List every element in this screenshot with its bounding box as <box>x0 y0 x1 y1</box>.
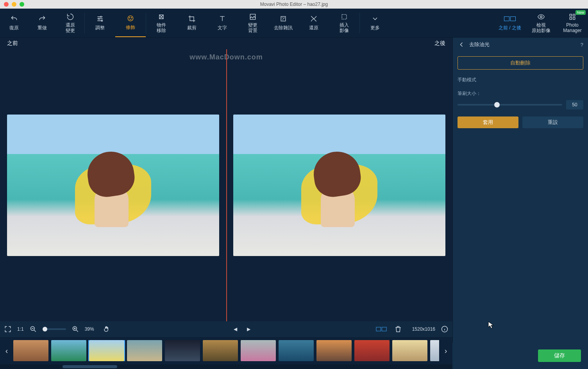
new-badge: New <box>575 10 586 15</box>
filmstrip-thumbnail[interactable] <box>316 340 352 361</box>
filmstrip-prev-button[interactable]: ‹ <box>2 341 11 360</box>
svg-point-1 <box>98 18 100 19</box>
svg-point-0 <box>100 16 102 17</box>
zoom-slider[interactable] <box>43 328 66 330</box>
redo-icon <box>38 14 46 23</box>
retouch-button[interactable]: 修飾 <box>115 9 146 37</box>
filmstrip-thumbnail[interactable] <box>279 340 314 361</box>
dimensions-label: 1520x1016 <box>412 326 435 332</box>
crop-icon <box>188 14 196 23</box>
panel-title: 去除油光 <box>469 41 490 48</box>
info-button[interactable] <box>441 325 449 333</box>
before-image <box>7 115 219 256</box>
background-icon <box>249 13 257 21</box>
insert-image-button[interactable]: 插入 影像 <box>329 9 359 37</box>
save-button[interactable]: 儲存 <box>538 349 581 362</box>
filmstrip-thumbnail[interactable] <box>430 340 439 361</box>
window-title: Movavi Photo Editor – hao27.jpg <box>0 2 588 7</box>
svg-point-12 <box>284 18 284 18</box>
help-button[interactable]: ? <box>581 42 583 48</box>
svg-point-10 <box>283 18 284 19</box>
main-toolbar: 復原 重做 還原 變更 調整 修飾 物件 移除 裁剪 文字 變更 背景 去除雜訊… <box>0 9 588 38</box>
eye-icon <box>537 13 545 21</box>
svg-point-14 <box>540 16 542 18</box>
apply-button[interactable]: 套用 <box>458 116 518 128</box>
restore-icon <box>310 14 318 23</box>
crop-button[interactable]: 裁剪 <box>177 9 207 37</box>
before-after-icon <box>504 14 516 23</box>
text-icon <box>218 14 226 23</box>
object-removal-button[interactable]: 物件 移除 <box>146 9 177 37</box>
zoom-out-button[interactable] <box>29 325 37 333</box>
reset-button[interactable]: 重設 <box>522 116 583 128</box>
svg-rect-13 <box>342 14 347 19</box>
face-icon <box>127 14 134 23</box>
filmstrip-thumbnail[interactable] <box>165 340 200 361</box>
noise-icon <box>279 14 287 23</box>
undo-icon <box>10 14 18 23</box>
before-after-toggle[interactable]: 之前 / 之後 <box>494 9 525 37</box>
filmstrip-next-button[interactable]: › <box>441 341 450 360</box>
brush-size-label: 筆刷大小： <box>458 90 583 97</box>
photo-manager-button[interactable]: New Photo Manager <box>557 9 588 37</box>
brush-size-value[interactable]: 50 <box>566 100 583 109</box>
fullscreen-button[interactable] <box>4 325 12 333</box>
hand-tool-button[interactable] <box>103 325 111 333</box>
canvas-status-bar: 1:1 39% ◀ ▶ 1520x1016 <box>0 321 452 337</box>
eraser-icon <box>157 13 165 21</box>
svg-rect-15 <box>570 14 572 16</box>
filmstrip-thumbnail[interactable] <box>13 340 48 361</box>
change-background-button[interactable]: 變更 背景 <box>238 9 268 37</box>
svg-rect-18 <box>573 17 575 19</box>
denoise-button[interactable]: 去除雜訊 <box>268 9 298 37</box>
view-original-button[interactable]: 檢視 原始影像 <box>525 9 557 37</box>
filmstrip-thumbnail[interactable] <box>89 340 124 361</box>
filmstrip-thumbnail[interactable] <box>127 340 162 361</box>
compare-mode-button[interactable] <box>374 325 389 333</box>
before-label: 之前 <box>7 40 18 47</box>
titlebar: Movavi Photo Editor – hao27.jpg <box>0 0 588 9</box>
brush-size-slider[interactable] <box>458 104 562 106</box>
filmstrip-thumbnail[interactable] <box>203 340 238 361</box>
filmstrip-thumbnail[interactable] <box>392 340 427 361</box>
svg-rect-8 <box>281 16 286 21</box>
filmstrip-thumbnail[interactable] <box>51 340 86 361</box>
split-divider[interactable] <box>226 49 227 321</box>
chevron-down-icon <box>371 14 379 23</box>
auto-remove-button[interactable]: 自動刪除 <box>458 56 583 70</box>
svg-rect-17 <box>570 17 572 19</box>
manual-mode-label: 手動模式 <box>458 77 583 83</box>
after-image <box>233 115 445 256</box>
svg-rect-16 <box>573 14 575 16</box>
revert-button[interactable]: 還原 變更 <box>56 9 84 37</box>
revert-icon <box>66 13 74 21</box>
next-image-button[interactable]: ▶ <box>245 325 253 333</box>
zoom-percent: 39% <box>85 326 94 332</box>
svg-point-5 <box>131 18 132 18</box>
prev-image-button[interactable]: ◀ <box>232 325 239 333</box>
filmstrip-scrollbar[interactable] <box>0 364 452 369</box>
split-view: www.MacDown.com <box>0 49 452 321</box>
svg-point-11 <box>283 20 283 20</box>
insert-image-icon <box>340 13 348 21</box>
panel-back-button[interactable] <box>458 41 465 48</box>
svg-point-9 <box>282 18 282 18</box>
fit-label[interactable]: 1:1 <box>17 326 24 332</box>
restore-button[interactable]: 還原 <box>298 9 329 37</box>
adjust-button[interactable]: 調整 <box>85 9 115 37</box>
redo-button[interactable]: 重做 <box>28 9 56 37</box>
filmstrip-thumbnail[interactable] <box>241 340 276 361</box>
filmstrip: ‹ › <box>0 337 452 364</box>
undo-button[interactable]: 復原 <box>0 9 28 37</box>
more-button[interactable]: 更多 <box>360 9 390 37</box>
after-label: 之後 <box>434 40 445 47</box>
delete-button[interactable] <box>394 325 402 333</box>
filmstrip-thumbnail[interactable] <box>354 340 390 361</box>
text-button[interactable]: 文字 <box>207 9 238 37</box>
svg-point-4 <box>129 18 130 18</box>
zoom-in-button[interactable] <box>71 325 79 333</box>
svg-point-3 <box>128 16 133 21</box>
sliders-icon <box>96 14 104 23</box>
